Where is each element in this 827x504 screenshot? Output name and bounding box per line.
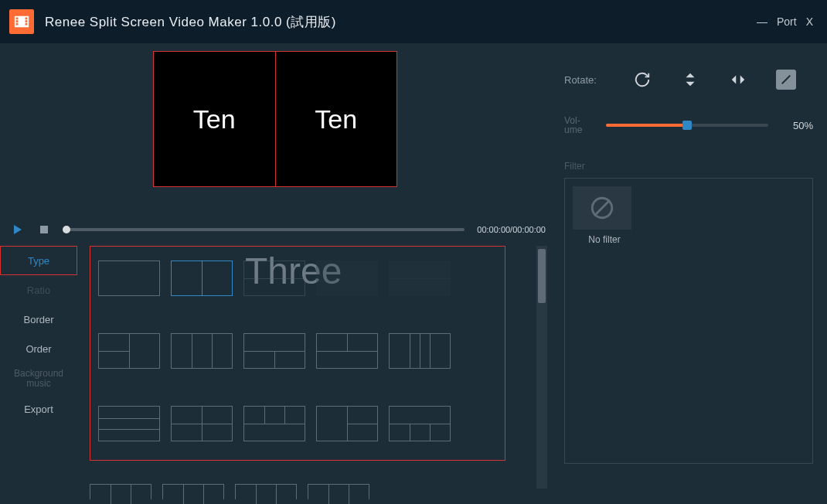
layout-thumb-2h[interactable] (243, 261, 305, 296)
timeline-slider[interactable] (66, 228, 465, 231)
svg-rect-4 (26, 18, 28, 20)
no-filter-icon (573, 186, 631, 230)
volume-knob[interactable] (682, 121, 692, 130)
layout-thumb-more-2[interactable] (162, 484, 224, 499)
app-title: Renee Split Screen Video Maker 1.0.0 (試用… (45, 13, 336, 31)
layout-thumb-more-3[interactable] (235, 484, 297, 499)
layout-thumb-r3b[interactable] (171, 406, 233, 441)
tab-order[interactable]: Order (0, 334, 77, 363)
window-close-button[interactable]: X (801, 15, 818, 28)
timecode-display: 00:00:00/00:00:00 (477, 225, 546, 234)
svg-rect-7 (40, 226, 48, 233)
volume-slider[interactable] (606, 124, 768, 127)
flip-horizontal-icon[interactable] (728, 70, 748, 90)
svg-rect-1 (16, 18, 19, 20)
side-tabs: Type Ratio Border Order Background music… (0, 241, 77, 504)
window-minimize-button[interactable]: — (752, 15, 772, 28)
layout-thumb-more-4[interactable] (308, 484, 369, 499)
layout-thumb-2v[interactable] (171, 261, 233, 296)
flip-vertical-icon[interactable] (680, 70, 700, 90)
preview-cell-1[interactable]: Ten (154, 52, 276, 186)
svg-rect-3 (16, 23, 19, 26)
tab-background-music[interactable]: Background music (0, 363, 77, 394)
scroll-thumb[interactable] (538, 249, 546, 303)
layout-thumb-r2e[interactable] (389, 333, 451, 369)
timeline-playhead[interactable] (63, 226, 70, 233)
volume-label: Vol-ume (564, 116, 592, 135)
play-button[interactable] (8, 220, 28, 240)
layout-thumb-r3e[interactable] (389, 406, 451, 441)
svg-rect-2 (16, 20, 19, 22)
layout-thumb-r2b[interactable] (171, 333, 233, 369)
stop-button[interactable] (34, 220, 54, 240)
filter-item-label: No filter (573, 234, 636, 245)
layout-thumb-x1[interactable] (316, 261, 378, 296)
layout-thumb-single[interactable] (98, 261, 160, 296)
tab-export[interactable]: Export (0, 394, 77, 424)
rotate-cw-icon[interactable] (632, 70, 652, 90)
window-maximize-button[interactable]: Port (772, 15, 801, 28)
rotate-label: Rotate: (564, 74, 604, 86)
titlebar: Renee Split Screen Video Maker 1.0.0 (試用… (0, 0, 827, 43)
preview-frame[interactable]: Ten Ten (153, 51, 397, 187)
layout-thumb-x2[interactable] (389, 261, 451, 296)
volume-fill (606, 124, 687, 127)
volume-value: 50% (782, 120, 813, 131)
svg-rect-6 (26, 23, 28, 26)
tab-ratio[interactable]: Ratio (0, 275, 77, 305)
layout-thumb-r3c[interactable] (243, 406, 305, 441)
tab-type[interactable]: Type (0, 246, 77, 275)
svg-line-9 (594, 200, 610, 216)
layout-thumb-r2a[interactable] (98, 333, 160, 369)
layout-thumb-r2c[interactable] (243, 333, 305, 369)
layout-thumb-r2d[interactable] (316, 333, 378, 369)
preview-area: Ten Ten (0, 43, 550, 217)
filter-panel: No filter (564, 178, 813, 464)
svg-rect-5 (26, 20, 28, 22)
preview-cell-2[interactable]: Ten (276, 52, 397, 186)
layout-thumb-r3a[interactable] (98, 406, 160, 441)
layout-thumb-r3d[interactable] (316, 406, 378, 441)
crop-icon[interactable] (776, 70, 796, 90)
app-logo (9, 9, 34, 34)
filter-section-label: Filter (564, 161, 813, 172)
tab-border[interactable]: Border (0, 305, 77, 334)
layout-thumb-more-1[interactable] (90, 484, 151, 499)
filter-item-none[interactable]: No filter (573, 186, 636, 245)
layout-scrollbar[interactable] (536, 246, 547, 489)
layout-picker: Three (90, 246, 505, 461)
